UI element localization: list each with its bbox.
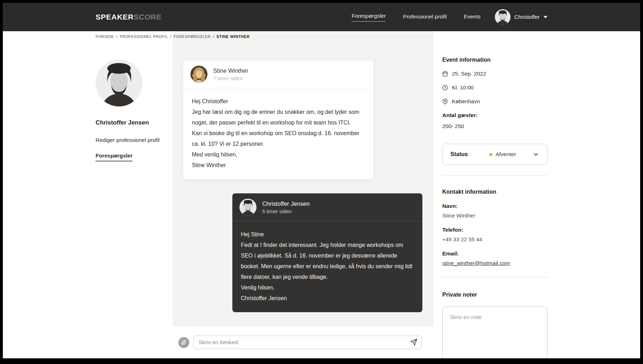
event-sidebar: Event information 25. Sep. 2022 Kl. 10:0… [442, 31, 547, 358]
breadcrumb-current: STINE WINTHER [216, 34, 249, 39]
message-author: Stine Winther [213, 67, 248, 74]
user-avatar [495, 9, 510, 25]
message-thread: Stine Winther 7 timer siden Hej Christof… [173, 31, 434, 326]
message-line: Christoffer Jensen [241, 293, 414, 304]
logo-part-speaker: SPEAKER [96, 13, 134, 21]
user-name: Christoffer [514, 14, 540, 20]
contact-phone: +45 33 22 55 44 [442, 236, 547, 243]
profile-avatar [96, 60, 142, 106]
message-line: Jeg har læst om dig og de emner du snakk… [192, 107, 365, 128]
message-line: Venlig hilsen, [241, 282, 414, 293]
paperclip-icon [181, 340, 187, 345]
top-navigation-bar: SPEAKERSCORE Forespørgsler Professionel … [3, 3, 640, 31]
main-nav: Forespørgsler Professionel profil Events [352, 13, 481, 22]
sender-avatar [239, 199, 256, 216]
contact-email-link[interactable]: stine_winther@hotmail.com [442, 260, 510, 266]
guests-value: 200- 250 [442, 123, 547, 129]
message-input[interactable] [193, 336, 422, 349]
message-composer [173, 326, 434, 358]
event-time: Kl. 10:00 [452, 84, 474, 91]
status-dot [489, 153, 492, 156]
sidebar-divider [442, 176, 547, 176]
breadcrumb: FORSIDE / PROFESSIONEL PROFIL / FORESPØR… [96, 34, 250, 39]
sidebar-link-rediger-profil[interactable]: Rediger professionel profil [96, 137, 160, 143]
breadcrumb-item-forside[interactable]: FORSIDE [96, 34, 114, 39]
map-pin-icon [442, 99, 448, 104]
status-value: Afventer [496, 151, 516, 158]
speakerscore-logo[interactable]: SPEAKERSCORE [96, 13, 162, 21]
breadcrumb-item-professionel-profil[interactable]: PROFESSIONEL PROFIL [120, 34, 168, 39]
message-timestamp: 5 timer siden [262, 209, 310, 214]
private-notes-title: Private noter [442, 292, 547, 298]
message-card-outgoing: Christoffer Jensen 5 timer siden Hej Sti… [232, 193, 422, 312]
profile-sidebar: Christoffer Jensen Rediger professionel … [96, 31, 173, 358]
message-card-incoming: Stine Winther 7 timer siden Hej Christof… [183, 60, 373, 179]
message-body: Hej Christoffer Jeg har læst om dig og d… [183, 88, 373, 179]
event-info-title: Event information [442, 57, 547, 63]
message-line: Hej Stine [241, 229, 414, 240]
guests-label: Antal gæster: [442, 112, 547, 118]
event-location: København [452, 98, 480, 105]
event-date-row: 25. Sep. 2022 [442, 71, 547, 77]
contact-name: Stine Winther [442, 213, 547, 219]
nav-item-professionel-profil[interactable]: Professionel profil [403, 13, 447, 21]
contact-email-label: Email: [442, 250, 547, 257]
chat-column: Stine Winther 7 timer siden Hej Christof… [173, 31, 434, 358]
breadcrumb-separator: / [116, 34, 117, 39]
attach-file-button[interactable] [178, 337, 189, 348]
private-notes-input[interactable] [442, 307, 547, 358]
sidebar-link-forespoergsler[interactable]: Forespørgsler [96, 153, 133, 161]
send-icon [410, 338, 417, 346]
caret-down-icon [544, 16, 547, 18]
event-time-row: Kl. 10:00 [442, 84, 547, 91]
contact-name-label: Navn: [442, 203, 547, 209]
message-header: Christoffer Jensen 5 timer siden [232, 193, 422, 221]
app-window: SPEAKERSCORE Forespørgsler Professionel … [3, 3, 640, 358]
contact-phone-label: Telefon: [442, 227, 547, 233]
user-menu[interactable]: Christoffer [495, 9, 547, 25]
message-author: Christoffer Jensen [262, 200, 310, 207]
message-line: Med venlig hilsen, [192, 149, 365, 160]
status-label: Status [450, 151, 468, 158]
clock-icon [442, 85, 448, 90]
breadcrumb-item-forespoergsler[interactable]: FORESPØRGSLER [174, 34, 211, 39]
event-date: 25. Sep. 2022 [452, 71, 486, 77]
profile-name: Christoffer Jensen [96, 119, 173, 126]
calendar-icon [442, 71, 448, 77]
chevron-down-icon [533, 151, 539, 158]
contact-info-title: Kontakt information [442, 189, 547, 195]
sender-avatar [190, 66, 207, 83]
nav-item-forespoergsler[interactable]: Forespørgsler [352, 13, 386, 22]
send-message-button[interactable] [410, 338, 417, 347]
nav-item-events[interactable]: Events [464, 13, 480, 21]
message-header: Stine Winther 7 timer siden [183, 60, 373, 88]
message-line: Stine Winther [192, 160, 365, 171]
message-line: Hej Christoffer [192, 96, 365, 107]
event-location-row: København [442, 98, 547, 105]
message-line: Kan vi booke dig til en workshop om SEO … [192, 128, 365, 149]
status-dropdown[interactable]: Status Afventer [442, 144, 547, 165]
logo-part-score: SCORE [134, 13, 162, 21]
breadcrumb-separator: / [170, 34, 171, 39]
message-body: Hej Stine Fedt at I finder det interessa… [232, 221, 422, 312]
sidebar-divider [442, 277, 547, 277]
message-timestamp: 7 timer siden [213, 76, 248, 81]
main-content: FORSIDE / PROFESSIONEL PROFIL / FORESPØR… [96, 31, 547, 358]
message-line: Fedt at I finder det interessant. Jeg ho… [241, 240, 414, 282]
breadcrumb-separator: / [213, 34, 214, 39]
